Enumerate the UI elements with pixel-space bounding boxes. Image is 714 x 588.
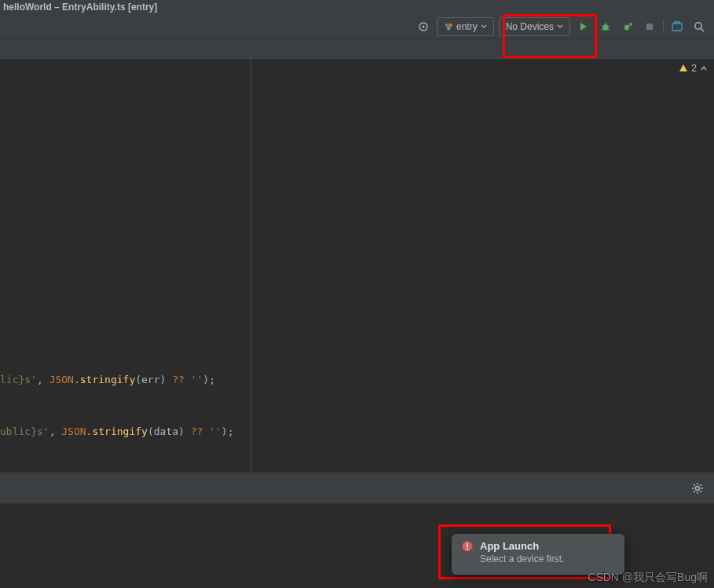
device-label: No Devices (506, 21, 554, 32)
svg-point-14 (695, 22, 701, 28)
search-icon[interactable] (690, 18, 708, 35)
device-selector[interactable]: No Devices (499, 17, 570, 36)
svg-line-9 (602, 29, 603, 30)
inspection-summary[interactable]: 2 (679, 63, 708, 74)
module-selector[interactable]: entry (437, 17, 494, 36)
editor-tabstrip (0, 39, 714, 60)
svg-point-4 (447, 27, 450, 30)
gear-icon[interactable] (689, 480, 706, 497)
svg-point-3 (449, 23, 452, 26)
window-titlebar: helloWorld – EntryAbility.ts [entry] (0, 0, 714, 14)
svg-rect-13 (672, 24, 682, 31)
watermark: CSDN @我只会写Bug啊 (588, 571, 708, 585)
svg-line-15 (701, 28, 704, 31)
module-label: entry (456, 21, 478, 32)
svg-line-21 (694, 484, 695, 486)
svg-point-11 (624, 24, 629, 30)
editor-area: lic}s', JSON.stringify(err) ?? ''); ubli… (0, 60, 714, 472)
debug-button[interactable] (597, 18, 614, 35)
svg-point-1 (422, 25, 424, 27)
svg-line-23 (694, 491, 695, 492)
chevron-down-icon (481, 24, 487, 30)
svg-point-2 (445, 23, 449, 26)
svg-line-7 (602, 26, 603, 27)
notification-popup[interactable]: App Launch Select a device first. (452, 534, 624, 575)
target-icon[interactable] (415, 18, 432, 35)
error-icon (461, 540, 474, 553)
notification-body: Select a device first. (480, 553, 564, 564)
svg-line-10 (608, 29, 610, 30)
warning-icon (679, 64, 688, 73)
updates-icon[interactable] (668, 18, 686, 35)
warning-count: 2 (691, 63, 697, 74)
svg-rect-12 (646, 24, 653, 30)
svg-point-5 (603, 24, 609, 31)
svg-line-24 (700, 484, 701, 486)
run-button[interactable] (575, 18, 592, 35)
window-title: helloWorld – EntryAbility.ts [entry] (3, 2, 157, 13)
svg-line-8 (608, 26, 610, 27)
editor-pane-right[interactable]: 2 (251, 60, 714, 472)
attach-debug-button[interactable] (619, 18, 636, 35)
stop-button[interactable] (641, 18, 658, 35)
chevron-down-icon (557, 24, 563, 30)
main-toolbar: entry No Devices (0, 14, 714, 39)
code-content: lic}s', JSON.stringify(err) ?? ''); ubli… (0, 354, 233, 458)
editor-pane-left[interactable]: lic}s', JSON.stringify(err) ?? ''); ubli… (0, 60, 251, 472)
notification-title: App Launch (480, 540, 564, 552)
svg-line-22 (700, 491, 701, 492)
chevron-up-icon (700, 64, 708, 72)
svg-rect-26 (467, 543, 468, 547)
svg-point-16 (696, 486, 700, 490)
bottom-panel-toolbar (0, 472, 714, 503)
svg-rect-27 (467, 548, 468, 550)
